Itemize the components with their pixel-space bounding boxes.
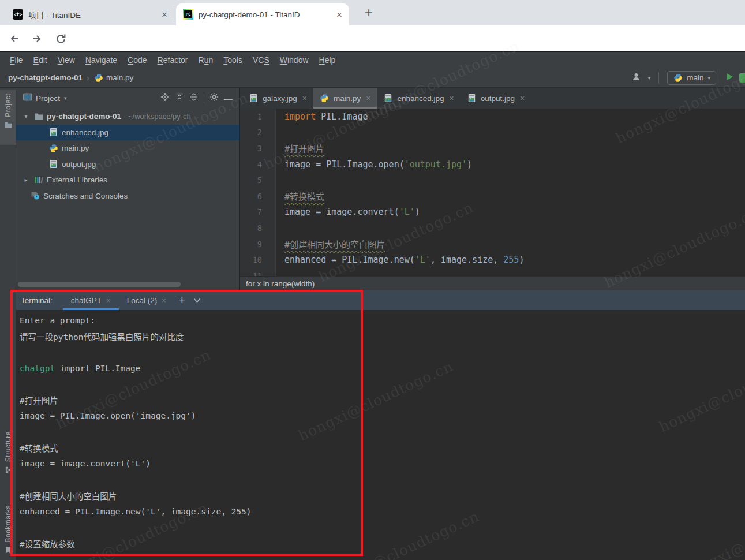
terminal-line: image = PIL.Image.open('image.jpg') [20, 408, 745, 424]
line-number: 10 [240, 255, 276, 264]
terminal-tab-chatgpt[interactable]: chatGPT× [63, 290, 119, 310]
line-number: 9 [240, 240, 276, 249]
menu-file[interactable]: File [5, 55, 28, 65]
code-line: 2 [240, 125, 745, 141]
horizontal-scrollbar[interactable] [18, 282, 181, 287]
terminal-output[interactable]: Enter a prompt:请写一段python代码加强黑白照片的对比度cha… [16, 310, 745, 560]
chevron-down-icon[interactable]: ▾ [22, 113, 30, 120]
tree-item-label: output.jpg [62, 160, 96, 169]
python-icon [320, 94, 330, 103]
terminal-line: #创建相同大小的空白图片 [20, 488, 745, 504]
terminal-segment: #设置缩放参数 [20, 537, 75, 550]
editor-tab-output.jpg[interactable]: output.jpg× [461, 88, 531, 109]
tree-item[interactable]: main.py [16, 140, 239, 156]
expand-all-icon[interactable] [175, 92, 184, 104]
menu-window[interactable]: Window [275, 55, 314, 65]
terminal-tabs: chatGPT×Local (2)× [63, 290, 174, 310]
editor-tab-label: main.py [334, 94, 361, 103]
stripe-label: Structure [4, 431, 12, 462]
tree-item-label: Scratches and Consoles [43, 192, 128, 200]
tree-item[interactable]: ▾py-chatgpt-demo-01~/workspace/py-ch [16, 109, 239, 125]
code-segment: 'L' [415, 255, 430, 265]
menu-help[interactable]: Help [314, 55, 341, 65]
code-segment: 255 [503, 255, 519, 265]
editor-tab-bar: galaxy.jpg×main.py×enhanced.jpg×output.j… [240, 88, 745, 109]
tree-item[interactable]: Scratches and Consoles [16, 188, 239, 204]
project-panel-title[interactable]: Project [36, 94, 60, 103]
user-icon[interactable] [632, 72, 642, 84]
code-segment: #转换模式 [284, 192, 324, 202]
breadcrumb-project[interactable]: py-chatgpt-demo-01 [8, 73, 83, 82]
close-tab-icon[interactable]: × [520, 94, 525, 103]
line-number: 1 [240, 112, 276, 121]
browser-tab-titanide[interactable]: <t> 项目 - TitanIDE × [6, 3, 174, 25]
hide-panel-icon[interactable]: — [224, 94, 233, 103]
close-session-icon[interactable]: × [106, 296, 111, 305]
tree-item[interactable]: output.jpg [16, 156, 239, 173]
bookmark-icon [5, 546, 12, 557]
menu-view[interactable]: View [53, 55, 80, 65]
terminal-line [20, 344, 745, 360]
menu-navigate[interactable]: Navigate [80, 55, 122, 65]
stripe-label: Bookmarks [4, 505, 12, 543]
menu-vcs[interactable]: VCS [248, 55, 275, 65]
menu-edit[interactable]: Edit [28, 55, 53, 65]
settings-gear-icon[interactable] [209, 92, 219, 104]
stripe-tab-bookmarks[interactable]: Bookmarks [0, 505, 16, 560]
code-segment: enhanced = PIL.Image.new( [284, 255, 415, 265]
menu-run[interactable]: Run [193, 55, 219, 65]
close-tab-icon[interactable]: × [366, 94, 370, 103]
code-area[interactable]: 1import PIL.Image23#打开图片4image = PIL.Ima… [240, 109, 745, 276]
run-button[interactable] [725, 73, 733, 83]
reload-icon[interactable] [54, 32, 67, 45]
menu-code[interactable]: Code [122, 55, 152, 65]
new-tab-button[interactable]: + [360, 4, 377, 21]
terminal-line: image = image.convert('L') [20, 456, 745, 472]
close-tab-icon[interactable]: × [302, 94, 307, 103]
terminal-segment: #打开图片 [20, 394, 58, 406]
tree-item[interactable]: ▸External Libraries [16, 172, 239, 188]
stripe-tab-structure[interactable]: Structure [0, 431, 16, 489]
tree-item-label: External Libraries [47, 176, 107, 184]
terminal-tab-local-(2)[interactable]: Local (2)× [119, 290, 174, 310]
code-line: 10enhanced = PIL.Image.new('L', image.si… [240, 252, 745, 268]
project-view-icon [23, 93, 32, 103]
collapse-all-icon[interactable] [189, 92, 199, 104]
tree-item[interactable]: enhanced.jpg [16, 125, 239, 141]
back-icon[interactable] [8, 32, 21, 45]
close-tab-icon[interactable]: × [162, 10, 167, 20]
close-session-icon[interactable]: × [162, 296, 166, 305]
close-tab-icon[interactable]: × [336, 10, 342, 20]
menu-refactor[interactable]: Refactor [152, 55, 193, 65]
chevron-right-icon[interactable]: ▸ [22, 177, 30, 183]
editor-tab-galaxy.jpg[interactable]: galaxy.jpg× [242, 88, 313, 109]
terminal-tab-label: chatGPT [71, 296, 102, 305]
terminal-line: enhanced = PIL.Image.new('L', image.size… [20, 503, 745, 520]
user-dropdown-icon[interactable]: ▾ [648, 75, 651, 81]
chevron-down-icon[interactable]: ▾ [64, 95, 67, 101]
editor-tab-main.py[interactable]: main.py× [313, 88, 377, 109]
editor-tab-label: enhanced.jpg [397, 94, 444, 103]
browser-tab-pycharm[interactable]: PC py-chatgpt-demo-01 - TitanID × [176, 3, 349, 25]
image-icon [48, 128, 58, 137]
code-line: 11 [240, 268, 745, 276]
stripe-tab-project[interactable]: Project [0, 90, 16, 145]
breadcrumb-file[interactable]: main.py [106, 73, 133, 82]
new-session-icon[interactable]: + [179, 294, 185, 307]
tree-item-label: py-chatgpt-demo-01 [47, 112, 121, 121]
structure-icon [5, 465, 12, 476]
terminal-line [20, 376, 745, 392]
locate-file-icon[interactable] [160, 92, 170, 104]
browser-tab-title: 项目 - TitanIDE [28, 9, 156, 20]
debug-icon[interactable] [739, 73, 745, 83]
terminal-segment: image = image.convert('L') [20, 459, 151, 468]
terminal-line: #设置缩放参数 [20, 535, 745, 551]
editor: galaxy.jpg×main.py×enhanced.jpg×output.j… [239, 88, 745, 290]
terminal-line [20, 424, 745, 440]
run-config-selector[interactable]: main ▾ [667, 71, 716, 85]
sessions-dropdown-icon[interactable] [193, 298, 201, 303]
menu-tools[interactable]: Tools [218, 55, 248, 65]
close-tab-icon[interactable]: × [450, 94, 454, 103]
forward-icon[interactable] [31, 32, 43, 45]
editor-tab-enhanced.jpg[interactable]: enhanced.jpg× [377, 88, 460, 109]
